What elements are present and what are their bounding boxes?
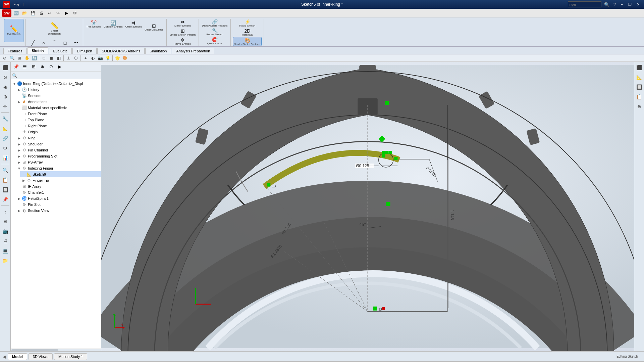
title-menu-file[interactable]: File xyxy=(12,2,21,6)
tree-expand-front[interactable] xyxy=(17,111,21,116)
tree-item-if-array[interactable]: ⊞ IF-Array xyxy=(15,183,101,189)
left-sb-icon-10[interactable]: 📊 xyxy=(1,153,10,162)
zoom-area-button[interactable]: ⊞ xyxy=(16,55,23,61)
move-entities-button[interactable]: ✥ Move Entities xyxy=(174,37,192,46)
tree-expand-pin-channel[interactable]: ▶ xyxy=(17,148,21,152)
tree-tb-grid[interactable]: ⊞ xyxy=(30,63,38,71)
tree-item-ring[interactable]: ▶ ⚙ Ring xyxy=(15,135,101,141)
tab-sketch[interactable]: Sketch xyxy=(27,47,48,54)
btabs-nav-left[interactable]: ◀ xyxy=(3,354,6,359)
left-sb-icon-20[interactable]: 📁 xyxy=(1,256,10,265)
search-input[interactable] xyxy=(568,1,601,7)
tree-item-right-plane[interactable]: □ Right Plane xyxy=(15,123,101,129)
tree-tb-list[interactable]: ☰ xyxy=(21,63,29,71)
tree-root[interactable]: ▼ 🔵 Inner-Ring (Default<<Default>_Displ xyxy=(11,81,101,87)
tree-expand-annotations[interactable]: ▶ xyxy=(17,99,21,104)
tree-item-shoulder[interactable]: ▶ ⚙ Shoulder xyxy=(15,141,101,147)
tree-expand-finger-tip[interactable]: ▶ xyxy=(21,178,26,183)
instant2d-button[interactable]: 2D Instant2D xyxy=(240,28,254,37)
zoom-to-fit-button[interactable]: ⊙ xyxy=(1,55,8,61)
left-sb-icon-2[interactable]: ⊙ xyxy=(1,73,10,82)
zoom-in-button[interactable]: 🔍 xyxy=(9,55,15,61)
open-button[interactable]: 📂 xyxy=(21,10,28,16)
tree-item-sketch6[interactable]: 📐 Sketch6 xyxy=(20,171,101,177)
tree-expand-shoulder[interactable]: ▶ xyxy=(17,142,21,146)
tree-tb-pin[interactable]: 📌 xyxy=(12,63,20,71)
tree-expand-right[interactable] xyxy=(17,124,21,128)
tree-filter-icon[interactable]: 🔍 xyxy=(12,73,17,78)
left-sb-icon-12[interactable]: 📋 xyxy=(1,176,10,184)
lights-button[interactable]: 💡 xyxy=(104,55,111,61)
undo-button[interactable]: ↩ xyxy=(46,10,53,16)
tree-expand-top[interactable] xyxy=(17,118,21,122)
shaded-edges-button[interactable]: ◧ xyxy=(55,55,62,61)
shaded-sketch-button[interactable]: 🎨 Shaded Sketch Contours xyxy=(233,37,262,46)
right-sb-4[interactable]: 📋 xyxy=(635,92,644,101)
tree-expand-pin-slot[interactable] xyxy=(17,202,21,207)
tree-expand-sketch6[interactable] xyxy=(21,172,26,177)
tree-expand-prog-slot[interactable]: ▶ xyxy=(17,154,21,159)
section-view-button[interactable]: ◐ xyxy=(90,55,96,61)
settings-button[interactable]: ⚙ xyxy=(71,10,78,16)
tree-root-expand[interactable]: ▼ xyxy=(12,81,17,86)
tree-item-indexing-finger[interactable]: ▼ ⚙ Indexing Finger xyxy=(15,165,101,171)
left-sb-icon-5[interactable]: ✏ xyxy=(1,102,10,111)
tree-item-programming-slot[interactable]: ▶ ⚙ Programming Slot xyxy=(15,153,101,159)
tree-item-sensors[interactable]: 📡 Sensors xyxy=(15,93,101,99)
left-sb-icon-3[interactable]: ◉ xyxy=(1,83,10,91)
btab-3dviews[interactable]: 3D Views xyxy=(29,353,53,360)
tree-expand-if-array[interactable] xyxy=(17,184,21,189)
tree-expand-material[interactable] xyxy=(17,105,21,110)
display-mode-button[interactable]: ● xyxy=(82,55,89,61)
appearance-button[interactable]: 🎨 xyxy=(121,55,128,61)
display-delete-button[interactable]: 🔗 Display/Delete Relations xyxy=(201,19,228,28)
left-sb-icon-8[interactable]: 🔗 xyxy=(1,134,10,143)
tree-hscroll[interactable] xyxy=(11,349,101,351)
close-button[interactable]: ✕ xyxy=(635,2,641,7)
left-sb-icon-6[interactable]: 🔧 xyxy=(1,115,10,123)
offset-surface-button[interactable]: ⊞ Offset On Surface xyxy=(144,19,164,36)
tree-expand-origin[interactable] xyxy=(17,130,21,134)
camera-button[interactable]: 📷 xyxy=(97,55,104,61)
tree-item-finger-tip[interactable]: ▶ ⚙ Finger Tip xyxy=(20,177,101,183)
linear-sketch-button[interactable]: ⊞ Linear Sketch Pattern xyxy=(169,28,197,37)
smart-dimension-button[interactable]: 📏 Smart Dimension xyxy=(43,19,66,39)
offset-entities-button[interactable]: ⇉ Offset Entities xyxy=(124,19,143,36)
tree-item-origin[interactable]: ✛ Origin xyxy=(15,129,101,135)
tab-features[interactable]: Features xyxy=(3,48,26,54)
left-sb-icon-13[interactable]: 🔲 xyxy=(1,185,10,194)
tree-expand-ring[interactable]: ▶ xyxy=(17,136,21,140)
btab-model[interactable]: Model xyxy=(8,353,27,360)
tree-tb-search[interactable]: ⊙ xyxy=(47,63,55,71)
left-sb-icon-19[interactable]: 💻 xyxy=(1,246,10,255)
tree-item-section-view[interactable]: ▶ ◐ Section View xyxy=(15,208,101,214)
wireframe-button[interactable]: □ xyxy=(41,55,47,61)
tree-tb-filter[interactable]: ⊕ xyxy=(38,63,46,71)
rapid-sketch-button[interactable]: ⚡ Rapid Sketch xyxy=(238,19,257,28)
tree-tb-expand[interactable]: ▶ xyxy=(56,63,64,71)
tree-expand-section[interactable]: ▶ xyxy=(17,208,21,213)
tab-evaluate[interactable]: Evaluate xyxy=(49,48,72,54)
run-button[interactable]: ▶ xyxy=(63,10,70,16)
left-sb-icon-9[interactable]: ⚙ xyxy=(1,144,10,152)
tree-expand-sensors[interactable] xyxy=(17,93,21,98)
print-button[interactable]: 🖨 xyxy=(38,10,45,16)
shaded-button[interactable]: ◼ xyxy=(48,55,55,61)
left-sb-icon-4[interactable]: ⊕ xyxy=(1,92,10,101)
restore-button[interactable]: ❐ xyxy=(627,2,633,7)
new-button[interactable]: 🆕 xyxy=(12,10,20,16)
mirror-entities-button[interactable]: ⇔ Mirror Entities xyxy=(173,19,192,28)
trim-entities-button[interactable]: ✂️ Trim Entities xyxy=(85,19,102,36)
tree-expand-history[interactable]: ▶ xyxy=(17,87,21,92)
tree-item-pin-slot[interactable]: ⚙ Pin Slot xyxy=(15,201,101,208)
right-sb-2[interactable]: 📐 xyxy=(635,73,644,82)
arc-button[interactable]: ⌒ xyxy=(49,40,59,46)
rotate-button[interactable]: 🔄 xyxy=(31,55,38,61)
line-button[interactable]: ╱ xyxy=(28,40,38,46)
pan-button[interactable]: ✋ xyxy=(23,55,30,61)
view-orient-button[interactable]: ⬡ xyxy=(72,55,79,61)
tree-item-front-plane[interactable]: □ Front Plane xyxy=(15,111,101,117)
tree-item-material[interactable]: ⬜ Material <not specified> xyxy=(15,105,101,111)
tab-addins[interactable]: SOLIDWORKS Add-Ins xyxy=(97,48,145,54)
tree-item-history[interactable]: ▶ 🕐 History xyxy=(15,87,101,93)
